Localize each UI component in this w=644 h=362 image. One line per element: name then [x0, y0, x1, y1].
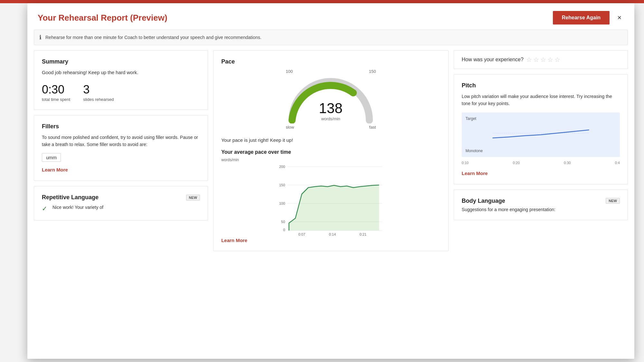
- info-banner: ℹ Rehearse for more than one minute for …: [34, 30, 628, 45]
- star-1[interactable]: ☆: [526, 56, 532, 64]
- slides-stat: 3 slides rehearsed: [83, 83, 114, 102]
- slides-value: 3: [83, 83, 114, 96]
- pitch-time-4: 0:4: [615, 161, 620, 165]
- cards-grid: Summary Good job rehearsing! Keep up the…: [34, 50, 628, 251]
- pace-learn-more[interactable]: Learn More: [221, 238, 440, 243]
- pitch-description: Low pitch variation will make your audie…: [462, 93, 620, 107]
- pace-title: Pace: [221, 58, 440, 65]
- svg-text:0:21: 0:21: [360, 232, 366, 236]
- ppt-top-bar: [0, 0, 644, 3]
- svg-text:100: 100: [279, 201, 285, 205]
- header-actions: Rehearse Again ×: [553, 11, 624, 24]
- fillers-learn-more[interactable]: Learn More: [42, 167, 68, 172]
- star-4[interactable]: ☆: [547, 56, 553, 64]
- slides-label: slides rehearsed: [83, 97, 114, 102]
- gauge-label-150: 150: [369, 69, 376, 74]
- pitch-time-1: 0:10: [462, 161, 469, 165]
- pitch-time-3: 0:30: [564, 161, 571, 165]
- gauge-fast: fast: [369, 125, 376, 130]
- rehearse-again-button[interactable]: Rehearse Again: [553, 11, 610, 24]
- rep-content: ✓ Nice work! Your variety of: [42, 205, 200, 212]
- pitch-time-2: 0:20: [513, 161, 519, 165]
- experience-card: How was your experience? ☆ ☆ ☆ ☆ ☆: [454, 50, 628, 69]
- fillers-title: Fillers: [42, 123, 200, 130]
- pace-description: Your pace is just right! Keep it up!: [221, 137, 440, 143]
- modal-header: Your Rehearsal Report (Preview) Rehearse…: [27, 3, 634, 30]
- body-lang-description: Suggestions for a more engaging presenta…: [462, 207, 620, 212]
- pitch-card: Pitch Low pitch variation will make your…: [454, 74, 628, 184]
- rep-lang-description: Nice work! Your variety of: [52, 205, 103, 210]
- pitch-title: Pitch: [462, 82, 620, 89]
- pitch-monotone-label: Monotone: [466, 149, 616, 153]
- chart-y-label: words/min: [221, 158, 440, 162]
- pitch-time-labels: 0:10 0:20 0:30 0:4: [462, 161, 620, 165]
- summary-description: Good job rehearsing! Keep up the hard wo…: [42, 69, 200, 76]
- star-5[interactable]: ☆: [554, 56, 560, 64]
- pitch-target-label: Target: [466, 116, 616, 121]
- star-3[interactable]: ☆: [540, 56, 546, 64]
- rep-lang-header: Repetitive Language NEW: [42, 194, 200, 201]
- stars-container: ☆ ☆ ☆ ☆ ☆: [526, 56, 560, 64]
- star-2[interactable]: ☆: [533, 56, 539, 64]
- pace-chart-svg: 200 150 100 50 0: [221, 163, 440, 238]
- svg-text:0: 0: [283, 228, 285, 232]
- pitch-learn-more[interactable]: Learn More: [462, 171, 488, 176]
- modal-title: Your Rehearsal Report (Preview): [38, 13, 167, 23]
- body-lang-title: Body Language: [462, 198, 505, 204]
- summary-card: Summary Good job rehearsing! Keep up the…: [34, 50, 208, 110]
- experience-question: How was your experience?: [462, 57, 524, 63]
- left-column: Summary Good job rehearsing! Keep up the…: [34, 50, 208, 251]
- gauge-svg: 138 words/min: [286, 75, 376, 123]
- svg-marker-12: [289, 185, 379, 230]
- pitch-svg: [466, 123, 616, 146]
- body-lang-badge: NEW: [606, 198, 620, 204]
- check-icon: ✓: [42, 205, 47, 212]
- pace-chart-title: Your average pace over time: [221, 149, 440, 155]
- svg-text:0:14: 0:14: [329, 232, 336, 236]
- gauge-labels: 100 150: [286, 69, 376, 74]
- close-button[interactable]: ×: [615, 12, 624, 23]
- info-icon: ℹ: [39, 34, 42, 41]
- summary-title: Summary: [42, 58, 200, 65]
- summary-stats: 0:30 total time spent 3 slides rehearsed: [42, 83, 200, 102]
- gauge-container: 100 150 138 words/min slow fast: [221, 69, 440, 130]
- svg-text:138: 138: [319, 100, 343, 116]
- body-lang-header: Body Language NEW: [462, 198, 620, 204]
- rep-lang-badge: NEW: [186, 195, 200, 201]
- svg-text:words/min: words/min: [321, 116, 340, 121]
- pitch-chart: Target Monotone: [462, 113, 620, 157]
- svg-text:200: 200: [279, 165, 285, 169]
- right-column: How was your experience? ☆ ☆ ☆ ☆ ☆ Pitch…: [454, 50, 628, 251]
- pace-speed-labels: slow fast: [286, 125, 376, 130]
- pace-chart: 200 150 100 50 0: [221, 163, 440, 238]
- gauge-slow: slow: [286, 125, 294, 130]
- filler-word: umm: [42, 153, 61, 162]
- body-language-card: Body Language NEW Suggestions for a more…: [454, 190, 628, 220]
- modal-content: Summary Good job rehearsing! Keep up the…: [27, 50, 634, 359]
- rehearsal-report-modal: Your Rehearsal Report (Preview) Rehearse…: [27, 3, 634, 359]
- svg-text:150: 150: [279, 183, 285, 187]
- time-label: total time spent: [42, 97, 70, 102]
- time-value: 0:30: [42, 83, 70, 96]
- svg-text:0:07: 0:07: [298, 232, 305, 236]
- fillers-card: Fillers To sound more polished and confi…: [34, 115, 208, 181]
- fillers-description: To sound more polished and confident, tr…: [42, 134, 200, 148]
- pace-card: Pace 100 150 138 words/min: [213, 50, 449, 251]
- time-stat: 0:30 total time spent: [42, 83, 70, 102]
- gauge-label-100: 100: [286, 69, 293, 74]
- rep-lang-title: Repetitive Language: [42, 194, 99, 201]
- info-text: Rehearse for more than one minute for Co…: [45, 35, 261, 40]
- repetitive-language-card: Repetitive Language NEW ✓ Nice work! You…: [34, 186, 208, 220]
- svg-text:50: 50: [281, 220, 285, 224]
